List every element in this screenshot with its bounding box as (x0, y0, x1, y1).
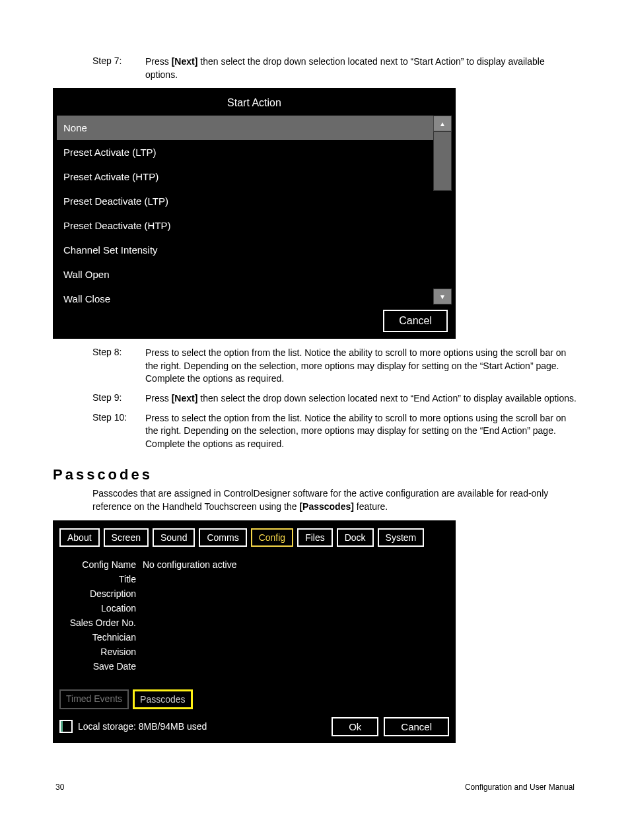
step-label: Step 7: (92, 55, 145, 81)
dropdown-item[interactable]: Channel Set Intensity (57, 238, 433, 262)
tab-screen[interactable]: Screen (104, 528, 149, 547)
scroll-track[interactable] (433, 131, 452, 289)
section-intro: Passcodes that are assigned in ControlDe… (92, 487, 577, 513)
field-sales-order: Sales Order No. (63, 615, 445, 630)
field-location: Location (63, 601, 445, 615)
dropdown-item[interactable]: Preset Activate (HTP) (57, 164, 433, 189)
tab-dock[interactable]: Dock (337, 528, 374, 547)
page-number: 30 (55, 783, 64, 792)
config-screen-screenshot: About Screen Sound Comms Config Files Do… (53, 520, 456, 743)
dropdown-list: None Preset Activate (LTP) Preset Activa… (57, 116, 433, 304)
cancel-button[interactable]: Cancel (383, 310, 448, 332)
field-description: Description (63, 586, 445, 601)
field-technician: Technician (63, 630, 445, 645)
tab-comms[interactable]: Comms (199, 528, 246, 547)
step-text: Press [Next] then select the drop down s… (145, 392, 577, 405)
subtab-timed-events[interactable]: Timed Events (59, 689, 129, 709)
tab-about[interactable]: About (59, 528, 100, 547)
start-action-dropdown-screenshot: Start Action None Preset Activate (LTP) … (53, 88, 456, 339)
section-title-passcodes: Passcodes (53, 466, 577, 483)
dropdown-item[interactable]: Wall Open (57, 262, 433, 287)
field-save-date: Save Date (63, 659, 445, 674)
scroll-thumb[interactable] (433, 131, 452, 191)
step-label: Step 8: (92, 347, 145, 386)
tab-config[interactable]: Config (251, 528, 293, 547)
footer-title: Configuration and User Manual (465, 783, 575, 792)
config-body: Config NameNo configuration active Title… (57, 553, 452, 680)
field-config-name: Config NameNo configuration active (63, 557, 445, 572)
cancel-button[interactable]: Cancel (384, 717, 449, 736)
scroll-up-icon[interactable]: ▲ (433, 116, 452, 131)
dropdown-item[interactable]: Preset Activate (LTP) (57, 140, 433, 164)
step-7: Step 7: Press [Next] then select the dro… (92, 55, 577, 81)
step-text: Press to select the option from the list… (145, 412, 577, 451)
ok-button[interactable]: Ok (332, 717, 378, 736)
step-9: Step 9: Press [Next] then select the dro… (92, 392, 577, 405)
dropdown-title: Start Action (57, 92, 452, 116)
tab-system[interactable]: System (378, 528, 425, 547)
step-label: Step 10: (92, 412, 145, 451)
dropdown-item-none[interactable]: None (57, 116, 433, 140)
scroll-down-icon[interactable]: ▼ (433, 289, 452, 304)
field-title: Title (63, 572, 445, 586)
step-10: Step 10: Press to select the option from… (92, 412, 577, 451)
field-revision: Revision (63, 645, 445, 659)
step-label: Step 9: (92, 392, 145, 405)
scrollbar[interactable]: ▲ ▼ (433, 116, 452, 304)
dropdown-item[interactable]: Preset Deactivate (HTP) (57, 213, 433, 238)
page-footer: 30 Configuration and User Manual (53, 783, 577, 792)
storage-bar-icon (59, 720, 73, 733)
tab-sound[interactable]: Sound (153, 528, 195, 547)
subtab-passcodes[interactable]: Passcodes (133, 689, 192, 709)
dropdown-item[interactable]: Preset Deactivate (LTP) (57, 189, 433, 213)
step-text: Press to select the option from the list… (145, 347, 577, 386)
step-text: Press [Next] then select the drop down s… (145, 55, 577, 81)
subtab-bar: Timed Events Passcodes (57, 680, 452, 713)
storage-text: Local storage: 8MB/94MB used (78, 721, 207, 732)
dropdown-item[interactable]: Wall Close (57, 287, 433, 304)
tab-bar: About Screen Sound Comms Config Files Do… (57, 524, 452, 553)
tab-files[interactable]: Files (297, 528, 333, 547)
bottom-bar: Local storage: 8MB/94MB used Ok Cancel (57, 713, 452, 738)
step-8: Step 8: Press to select the option from … (92, 347, 577, 386)
